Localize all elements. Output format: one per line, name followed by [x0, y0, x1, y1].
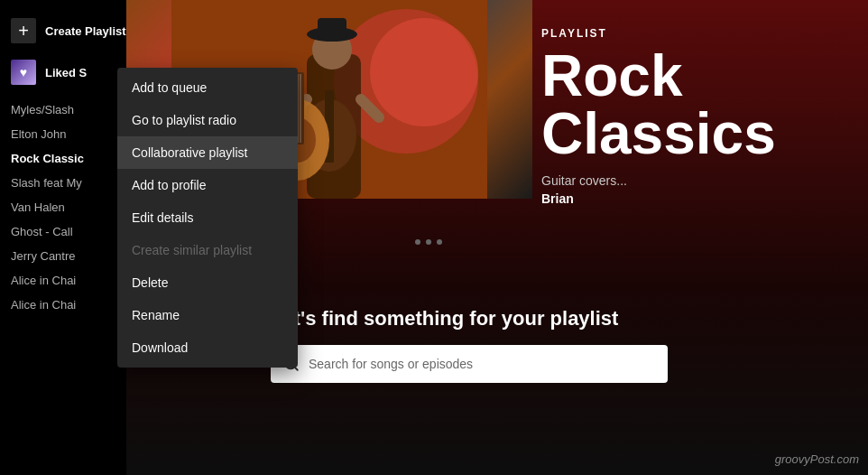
sidebar-item-van-halen[interactable]: Van Halen: [0, 195, 126, 219]
playlist-author: Brian: [541, 191, 850, 206]
sidebar-item-alice-1[interactable]: Alice in Chai: [0, 268, 126, 293]
create-playlist-button[interactable]: + Create Playlist: [0, 9, 126, 52]
dots-decoration: [415, 239, 442, 245]
context-menu-edit-details[interactable]: Edit details: [117, 201, 298, 234]
context-menu-create-similar: Create similar playlist: [117, 234, 298, 266]
context-menu: Add to queue Go to playlist radio Collab…: [117, 68, 298, 368]
watermark: groovyPost.com: [775, 452, 859, 466]
sidebar-item-slash[interactable]: Slash feat My: [0, 171, 126, 195]
context-menu-collaborative[interactable]: Collaborative playlist: [117, 136, 298, 169]
sidebar-item-elton-john[interactable]: Elton John: [0, 122, 126, 146]
sidebar-item-ghost-call[interactable]: Ghost - Call: [0, 219, 126, 244]
context-menu-rename[interactable]: Rename: [117, 299, 298, 331]
svg-line-19: [294, 367, 297, 369]
sidebar-item-rock-classics[interactable]: Rock Classic: [0, 146, 126, 171]
playlist-title: Rock Classics: [541, 47, 850, 163]
dot-3: [437, 239, 442, 245]
liked-songs-button[interactable]: ♥ Liked S: [0, 52, 126, 92]
heart-icon: ♥: [11, 60, 36, 85]
context-menu-add-to-queue[interactable]: Add to queue: [117, 71, 298, 104]
playlist-type: PLAYLIST: [541, 27, 850, 40]
find-title-rest: et's find something for your playlist: [282, 307, 618, 330]
svg-point-2: [370, 18, 478, 126]
search-placeholder-text: Search for songs or episodes: [309, 357, 473, 371]
dot-2: [426, 239, 431, 245]
dot-1: [415, 239, 420, 245]
context-menu-go-to-radio[interactable]: Go to playlist radio: [117, 104, 298, 136]
plus-icon: +: [11, 18, 36, 43]
sidebar-item-myles-slash[interactable]: Myles/Slash: [0, 98, 126, 122]
liked-songs-label: Liked S: [45, 66, 87, 79]
sidebar-playlist-list: Myles/Slash Elton John Rock Classic Slas…: [0, 92, 126, 322]
create-playlist-label: Create Playlist: [45, 24, 126, 38]
find-section: Let's find something for your playlist S…: [271, 307, 832, 383]
sidebar: + Create Playlist ♥ Liked S Myles/Slash …: [0, 0, 126, 475]
svg-rect-9: [318, 18, 346, 38]
search-bar[interactable]: Search for songs or episodes: [271, 345, 668, 383]
sidebar-item-alice-2[interactable]: Alice in Chai: [0, 293, 126, 317]
find-title: Let's find something for your playlist: [271, 307, 832, 331]
sidebar-item-jerry-cantre[interactable]: Jerry Cantre: [0, 244, 126, 268]
context-menu-download[interactable]: Download: [117, 331, 298, 364]
playlist-description: Guitar covers...: [541, 173, 850, 188]
context-menu-delete[interactable]: Delete: [117, 266, 298, 299]
context-menu-add-to-profile[interactable]: Add to profile: [117, 169, 298, 201]
playlist-info: PLAYLIST Rock Classics Guitar covers... …: [541, 27, 850, 206]
